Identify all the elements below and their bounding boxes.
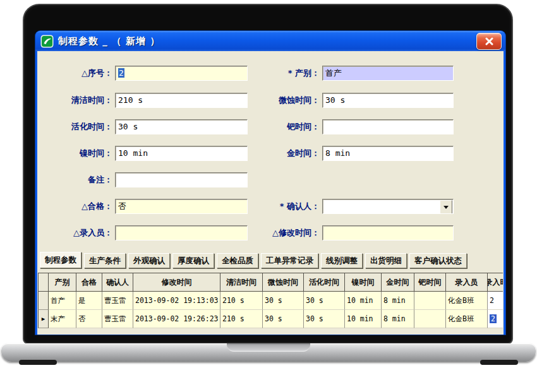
grid-header-cell[interactable]: 确认人 [102,273,133,292]
grid-cell[interactable]: 末产 [49,310,76,328]
grid-header-cell[interactable]: 活化时间 [304,273,345,292]
field-ba-shijian-label: 钯时间： [238,119,320,134]
grid-header-cell[interactable]: 修改时间 [133,273,220,292]
grid-cell-value: 否 [78,314,86,324]
row-selector[interactable] [38,292,49,310]
tab-strip: 制程参数生产条件外观确认厚度确认全检品质工单异常记录线别调整出货明细客户确认状态 [40,252,469,268]
grid-cell[interactable]: 2 [488,310,503,328]
grid-cell[interactable]: 是 [76,292,102,310]
grid-cell-value: 210 s [222,314,244,323]
grid-cell[interactable]: 10 min [345,292,382,310]
grid-cell-value: 30 s [265,296,282,305]
window-body: △序号：2* 产别：首产清洁时间：210 s微蚀时间：30 s活化时间：30 s… [37,51,504,335]
data-grid: 产别合格确认人修改时间清洁时间微蚀时间活化时间镍时间金时间钯时间录入员录入时间首… [38,273,503,328]
tab-7[interactable]: 出货明细 [365,253,407,268]
grid-cell[interactable]: 曹玉雷 [102,292,133,310]
field-chanbie-label: * 产别： [238,66,320,81]
grid-cell-value: 30 s [306,314,323,323]
field-querenren-dropdown-button[interactable] [440,200,452,214]
grid-cell[interactable]: 首产 [49,292,76,310]
grid-cell-value: 是 [78,296,86,306]
field-hege-input[interactable]: 否 [115,199,248,214]
laptop-foot-left [19,360,57,365]
field-weishi-shijian-label: 微蚀时间： [238,93,320,108]
field-querenren-label: * 确认人： [238,199,320,214]
field-xiugai-shijian-input[interactable] [322,225,454,241]
row-selector[interactable]: ▶ [38,310,49,328]
grid-header-cell[interactable]: 录入员 [446,273,488,292]
field-nie-shijian-input[interactable]: 10 min [115,146,248,161]
grid-cell-value: 10 min [347,296,373,305]
grid-header-cell[interactable]: 合格 [76,273,102,292]
field-weishi-shijian-input[interactable]: 30 s [322,93,454,108]
grid-cell-value: 30 s [265,314,282,323]
grid-cell-value: 2 [490,296,494,305]
current-record-arrow-icon: ▶ [42,316,45,322]
grid-header-cell[interactable]: 钯时间 [414,273,446,292]
field-nie-shijian-value: 10 min [118,148,148,158]
grid-cell-value: 2 [490,314,497,323]
grid-cell[interactable]: 2013-09-02 19:26:23 [133,310,220,328]
field-jin-shijian-label: 金时间： [238,146,320,161]
grid-cell[interactable]: 8 min [382,292,414,310]
tab-2[interactable]: 外观确认 [128,253,170,268]
grid-cell-value: 2013-09-02 19:13:03 [135,296,219,305]
field-jin-shijian-input[interactable]: 8 min [322,146,454,161]
grid-header-cell[interactable]: 镍时间 [345,273,382,292]
grid-cell-value: 210 s [222,296,244,305]
grid-header-cell[interactable]: 录入时间 [488,273,503,292]
grid-header-cell[interactable]: 清洁时间 [220,273,263,292]
field-huohua-shijian-input[interactable]: 30 s [115,119,248,134]
window-title: 制程参数 _ （ 新增 ） [58,35,160,47]
grid-header-row: 产别合格确认人修改时间清洁时间微蚀时间活化时间镍时间金时间钯时间录入员录入时间 [38,273,503,292]
field-chanbie-value: 首产 [325,68,342,78]
app-icon[interactable] [40,35,54,48]
grid-selector-header[interactable] [38,273,49,292]
tab-1[interactable]: 生产条件 [84,253,126,268]
grid-cell[interactable]: 30 s [263,310,304,328]
grid-cell[interactable] [414,310,446,328]
app-window: 制程参数 _ （ 新增 ） △序号：2* 产别：首产清洁时间：210 s微蚀时间… [35,31,505,335]
laptop-base [1,343,536,362]
laptop-screen: 制程参数 _ （ 新增 ） △序号：2* 产别：首产清洁时间：210 s微蚀时间… [23,4,513,344]
field-qingjie-shijian-value: 210 s [118,95,143,105]
grid-cell[interactable]: 210 s [220,310,263,328]
grid-cell[interactable]: 化金B班 [446,292,488,310]
grid-header-cell[interactable]: 金时间 [382,273,414,292]
grid-cell-value: 化金B班 [448,296,474,306]
grid-cell[interactable]: 30 s [304,292,345,310]
field-querenren-input[interactable] [322,199,454,214]
close-icon [485,37,494,45]
tab-0[interactable]: 制程参数 [40,252,81,268]
grid-cell[interactable]: 10 min [345,310,382,328]
grid-cell[interactable]: 否 [76,310,102,328]
grid-cell[interactable]: 30 s [304,310,345,328]
grid-cell[interactable] [414,292,446,310]
grid-cell[interactable]: 2 [488,292,503,310]
grid-cell[interactable]: 30 s [263,292,304,310]
field-luruyuan-label: △录入员： [37,225,112,241]
tab-5[interactable]: 工单异常记录 [261,253,318,268]
grid-cell-value: 8 min [383,314,406,323]
grid-cell[interactable]: 210 s [220,292,263,310]
field-hege-value: 否 [118,201,126,211]
grid-cell[interactable]: 8 min [382,310,414,328]
tab-4[interactable]: 全检品质 [217,253,258,268]
grid-header-cell[interactable]: 产别 [49,273,76,292]
grid-cell[interactable]: 2013-09-02 19:13:03 [133,292,220,310]
grid-header-cell[interactable]: 微蚀时间 [263,273,304,292]
grid-cell[interactable]: 化金B班 [446,310,488,328]
field-beizhu-input[interactable] [115,172,248,187]
tab-3[interactable]: 厚度确认 [172,253,214,268]
tab-6[interactable]: 线别调整 [321,253,363,268]
grid-cell[interactable]: 曹玉雷 [102,310,133,328]
field-ba-shijian-input[interactable] [322,119,454,134]
tab-8[interactable]: 客户确认状态 [409,253,467,268]
close-button[interactable] [476,33,502,50]
field-qingjie-shijian-input[interactable]: 210 s [115,93,248,108]
field-luruyuan-input[interactable] [115,225,248,241]
window-titlebar[interactable]: 制程参数 _ （ 新增 ） [35,31,505,51]
field-xuhao-input[interactable]: 2 [115,66,248,81]
field-chanbie-input[interactable]: 首产 [322,66,454,81]
grid-cell-value: 末产 [51,314,65,324]
